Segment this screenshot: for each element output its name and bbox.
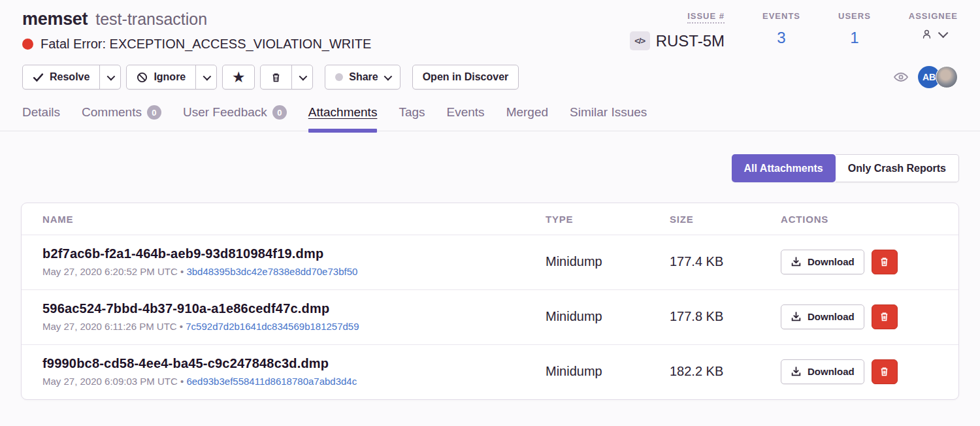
error-message: Fatal Error: EXCEPTION_ACCESS_VIOLATION_… bbox=[41, 37, 371, 52]
attachment-name-cell: b2f7ac6b-f2a1-464b-aeb9-93d810984f19.dmp… bbox=[42, 246, 546, 277]
discover-label: Open in Discover bbox=[423, 71, 509, 83]
download-button[interactable]: Download bbox=[781, 359, 864, 384]
chevron-down-icon bbox=[299, 72, 308, 80]
action-buttons: Resolve Ignore ★ Share Open in Discover bbox=[22, 65, 519, 90]
tab-user-feedback[interactable]: User Feedback0 bbox=[183, 105, 287, 131]
tab-merged[interactable]: Merged bbox=[506, 105, 548, 131]
delete-button-group bbox=[260, 65, 313, 90]
chevron-down-icon bbox=[107, 72, 116, 80]
stat-events: EVENTS 3 bbox=[762, 11, 800, 52]
ignore-dropdown-button[interactable] bbox=[195, 65, 216, 89]
tab-tags[interactable]: Tags bbox=[399, 105, 425, 131]
project-name: memset bbox=[22, 9, 88, 29]
tab-comments[interactable]: Comments0 bbox=[82, 105, 161, 131]
tab-label: Similar Issues bbox=[570, 105, 647, 120]
attachment-filename: 596ac524-7bbd-4b37-910a-a1e86cedf47c.dmp bbox=[42, 301, 546, 316]
resolve-label: Resolve bbox=[50, 71, 90, 83]
attachment-meta: May 27, 2020 6:09:03 PM UTC • 6ed93b3ef5… bbox=[42, 376, 546, 387]
ignore-button-group: Ignore bbox=[126, 65, 217, 90]
download-label: Download bbox=[808, 366, 855, 377]
table-row: 596ac524-7bbd-4b37-910a-a1e86cedf47c.dmp… bbox=[22, 289, 958, 344]
attachment-size: 177.8 KB bbox=[670, 309, 781, 324]
events-count[interactable]: 3 bbox=[777, 29, 785, 47]
tab-label: Attachments bbox=[308, 105, 378, 120]
attachment-date: May 27, 2020 6:11:26 PM UTC bbox=[42, 321, 177, 332]
tab-events[interactable]: Events bbox=[447, 105, 485, 131]
issue-stats: ISSUE # </> RUST-5M EVENTS 3 USERS 1 ASS… bbox=[630, 9, 958, 52]
delete-dropdown-button[interactable] bbox=[291, 65, 312, 89]
delete-issue-button[interactable] bbox=[261, 65, 291, 89]
filter-only-crash-reports-button[interactable]: Only Crash Reports bbox=[836, 154, 959, 182]
download-icon bbox=[791, 366, 802, 377]
comments-count-badge: 0 bbox=[147, 105, 161, 120]
filter-all-attachments-button[interactable]: All Attachments bbox=[732, 154, 836, 182]
download-label: Download bbox=[808, 256, 855, 267]
trash-icon bbox=[879, 311, 890, 322]
attachment-date: May 27, 2020 6:20:52 PM UTC bbox=[42, 266, 178, 277]
attachment-type: Minidump bbox=[546, 254, 670, 269]
avatar-stack: AB bbox=[918, 66, 958, 88]
users-label: USERS bbox=[838, 11, 871, 21]
action-toolbar: Resolve Ignore ★ Share Open in Discover bbox=[0, 52, 980, 90]
tab-label: Events bbox=[447, 105, 485, 120]
chevron-down-icon bbox=[203, 72, 212, 80]
star-icon: ★ bbox=[233, 71, 244, 84]
resolve-dropdown-button[interactable] bbox=[99, 65, 120, 89]
stat-issue-number: ISSUE # </> RUST-5M bbox=[630, 11, 725, 52]
issue-tabs: Details Comments0 User Feedback0 Attachm… bbox=[22, 105, 958, 131]
event-id-link[interactable]: 7c592d7d2b1641dc834569b181257d59 bbox=[186, 321, 359, 332]
chevron-down-icon bbox=[384, 72, 392, 80]
download-button[interactable]: Download bbox=[781, 304, 864, 329]
download-label: Download bbox=[808, 311, 855, 322]
issue-number-value[interactable]: </> RUST-5M bbox=[630, 31, 725, 50]
resolve-button[interactable]: Resolve bbox=[23, 65, 99, 89]
issue-header: memset test-transaction Fatal Error: EXC… bbox=[0, 0, 980, 52]
issue-title-block: memset test-transaction Fatal Error: EXC… bbox=[22, 9, 371, 52]
column-header-type: TYPE bbox=[546, 214, 670, 225]
download-button[interactable]: Download bbox=[781, 250, 864, 274]
delete-attachment-button[interactable] bbox=[872, 304, 898, 329]
feedback-count-badge: 0 bbox=[272, 105, 287, 120]
attachment-type: Minidump bbox=[546, 364, 670, 379]
title-line: memset test-transaction bbox=[22, 9, 371, 29]
assignee-selector[interactable] bbox=[921, 29, 945, 40]
users-count[interactable]: 1 bbox=[850, 29, 858, 47]
tab-details[interactable]: Details bbox=[22, 105, 60, 131]
error-line: Fatal Error: EXCEPTION_ACCESS_VIOLATION_… bbox=[22, 37, 371, 52]
column-header-size: SIZE bbox=[670, 214, 781, 225]
tab-attachments[interactable]: Attachments bbox=[308, 105, 378, 131]
issue-short-id: RUST-5M bbox=[656, 32, 725, 50]
attachment-size: 177.4 KB bbox=[670, 254, 781, 269]
attachment-filename: f9990bc8-cd58-4ee4-ba45-c9c247848c3d.dmp bbox=[42, 356, 546, 371]
stat-assignee: ASSIGNEE bbox=[909, 11, 958, 52]
attachment-filter-toggle: All Attachments Only Crash Reports bbox=[732, 154, 959, 182]
transaction-name: test-transaction bbox=[95, 10, 207, 29]
avatar[interactable] bbox=[936, 66, 958, 88]
trash-icon bbox=[879, 256, 890, 267]
delete-attachment-button[interactable] bbox=[872, 250, 898, 274]
attachment-meta: May 27, 2020 6:20:52 PM UTC • 3bd48395b3… bbox=[42, 266, 546, 277]
attachment-name-cell: f9990bc8-cd58-4ee4-ba45-c9c247848c3d.dmp… bbox=[42, 356, 546, 387]
viewers: AB bbox=[893, 66, 958, 88]
event-id-link[interactable]: 6ed93b3ef558411d8618780a7abd3d4c bbox=[186, 376, 357, 387]
tab-label: Tags bbox=[399, 105, 425, 120]
attachment-actions: Download bbox=[781, 250, 938, 274]
tab-label: Merged bbox=[506, 105, 548, 120]
events-label: EVENTS bbox=[762, 11, 800, 21]
ignore-button[interactable]: Ignore bbox=[127, 65, 195, 89]
issue-number-label: ISSUE # bbox=[687, 11, 725, 24]
issue-tabs-bar: Details Comments0 User Feedback0 Attachm… bbox=[0, 105, 980, 131]
event-id-link[interactable]: 3bd48395b3dc42e7838e8dd70e73bf50 bbox=[186, 266, 357, 277]
trash-icon bbox=[879, 366, 890, 377]
chevron-down-icon bbox=[938, 28, 949, 39]
eye-icon bbox=[893, 69, 909, 85]
tab-label: Details bbox=[22, 105, 60, 120]
delete-attachment-button[interactable] bbox=[872, 359, 898, 384]
bookmark-button[interactable]: ★ bbox=[222, 65, 255, 90]
attachment-date: May 27, 2020 6:09:03 PM UTC bbox=[42, 376, 178, 387]
share-button[interactable]: Share bbox=[325, 65, 400, 90]
tab-similar-issues[interactable]: Similar Issues bbox=[570, 105, 647, 131]
meta-separator: • bbox=[180, 376, 184, 387]
open-in-discover-button[interactable]: Open in Discover bbox=[412, 65, 519, 90]
attachment-meta: May 27, 2020 6:11:26 PM UTC • 7c592d7d2b… bbox=[42, 321, 546, 332]
